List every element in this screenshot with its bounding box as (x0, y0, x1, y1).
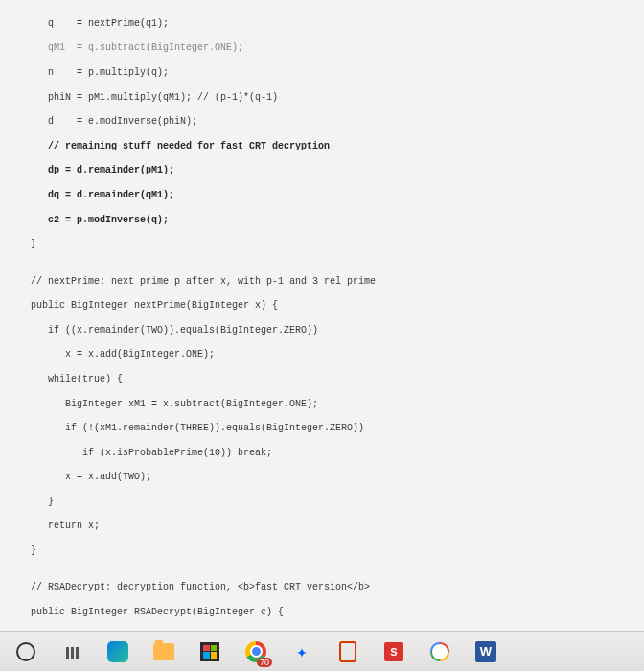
code-line: BigInteger xM1 = x.subtract(BigInteger.O… (8, 399, 636, 411)
file-explorer-icon[interactable] (151, 639, 176, 664)
word-icon[interactable]: W (473, 639, 498, 664)
code-line: // remaining stuff needed for fast CRT d… (8, 141, 636, 153)
code-line: public BigInteger RSADecrypt(BigInteger … (8, 607, 636, 619)
code-line: } (8, 497, 636, 509)
code-line: dq = d.remainder(qM1); (8, 190, 636, 202)
code-line: n = p.multiply(q); (8, 67, 636, 80)
code-line: if (x.isProbablePrime(10)) break; (8, 448, 636, 460)
code-line: q = nextPrime(q1); (8, 18, 636, 31)
pdf-reader-icon[interactable]: S (381, 639, 406, 664)
code-line: // RSADecrypt: decryption function, <b>f… (8, 582, 636, 594)
code-document: q = nextPrime(q1); qM1 = q.subtract(BigI… (0, 0, 644, 631)
code-line: dp = d.remainder(pM1); (8, 165, 636, 177)
code-line: // nextPrime: next prime p after x, with… (8, 276, 636, 289)
chrome-icon[interactable]: 70 (243, 639, 268, 664)
office-icon[interactable] (335, 639, 360, 664)
windows-taskbar: 70 ✦ S W (0, 631, 644, 671)
code-line: qM1 = q.subtract(BigInteger.ONE); (8, 42, 636, 55)
edge-icon[interactable] (105, 639, 130, 664)
code-line: c2 = p.modInverse(q); (8, 215, 636, 227)
code-line: return x; (8, 521, 636, 533)
code-line: x = x.add(BigInteger.ONE); (8, 349, 636, 361)
code-line: } (8, 239, 636, 251)
microsoft-store-icon[interactable] (197, 639, 222, 664)
code-line: if ((x.remainder(TWO)).equals(BigInteger… (8, 325, 636, 337)
code-line: x = x.add(TWO); (8, 472, 636, 484)
code-line: public BigInteger nextPrime(BigInteger x… (8, 300, 636, 312)
dropbox-icon[interactable]: ✦ (289, 639, 314, 664)
cortana-icon[interactable] (13, 639, 38, 664)
code-line: while(true) { (8, 374, 636, 386)
google-icon[interactable] (427, 639, 452, 664)
code-line: phiN = pM1.multiply(qM1); // (p-1)*(q-1) (8, 92, 636, 104)
code-line: } (8, 545, 636, 558)
chrome-badge-count: 70 (257, 658, 272, 667)
task-view-icon[interactable] (59, 639, 84, 664)
code-line: if (!(xM1.remainder(THREE)).equals(BigIn… (8, 423, 636, 435)
code-line: d = e.modInverse(phiN); (8, 116, 636, 128)
